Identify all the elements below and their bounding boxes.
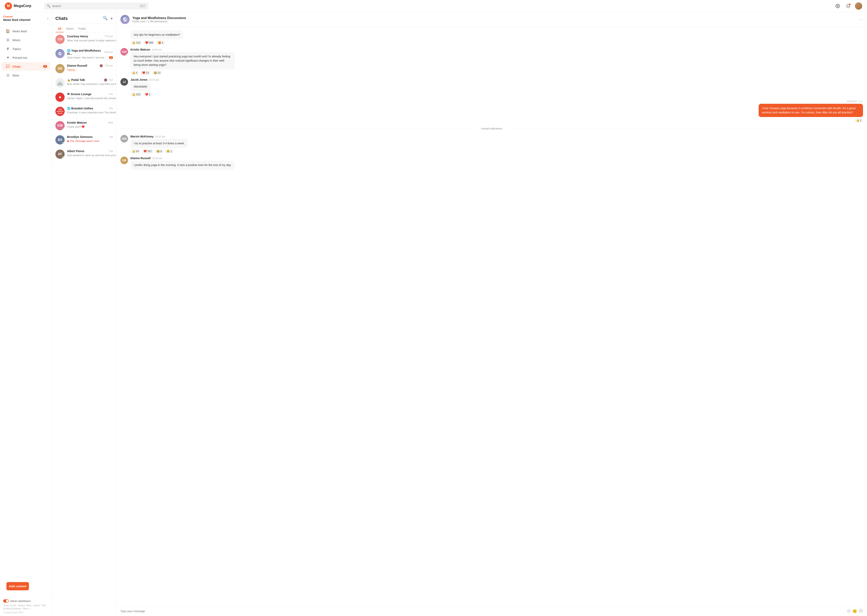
mute-icon: 🔇 <box>104 79 107 82</box>
search-bar[interactable]: 🔍 ⌘ F <box>44 2 149 9</box>
copyright: © tchop GmbH 2017 <box>3 611 49 614</box>
header-actions <box>834 2 862 9</box>
sidebar-item-chats[interactable]: Chats 2 <box>2 62 50 71</box>
reaction-button[interactable]: ❤️999 <box>143 41 155 45</box>
image-icon[interactable] <box>859 608 863 614</box>
chat-info: Dianne Russell 🔇 7:32 pm Typing... <box>67 64 113 71</box>
avatar: CH <box>55 35 64 44</box>
chat-icon <box>6 64 10 69</box>
reaction-button[interactable]: ❤️23 <box>140 71 150 75</box>
avatar: ● <box>55 93 64 102</box>
avatar: THE NORTH FACE <box>55 107 64 116</box>
chat-time: 7:32 pm <box>104 35 113 38</box>
message-sender: Dianne Russell <box>130 157 151 160</box>
chat-window-subtitle: Public chat • 1,3M participants <box>132 20 856 23</box>
online-dot <box>62 156 64 159</box>
message-sender: Marvin McKinney <box>130 135 154 138</box>
reaction-button[interactable]: 👍4 <box>130 71 139 75</box>
message-content: Jacob Jones 10:02 am Absolutely! 👍233 ❤️… <box>130 78 863 97</box>
more-options-button[interactable]: ··· <box>859 17 863 22</box>
reaction-button[interactable]: ❤️1 <box>143 92 152 97</box>
reaction-button[interactable]: 👍1 <box>854 118 863 123</box>
footer-general[interactable]: General Questions <box>3 607 22 610</box>
sidebar-item-label: News feed <box>13 30 27 33</box>
chevron-down-icon: ∨ <box>47 17 49 20</box>
pin-icon: ✦ <box>6 55 10 60</box>
footer-imprint[interactable]: Imprint <box>33 604 40 607</box>
chats-panel: Chats 🔍 + All Direct Public CH Courtney … <box>52 12 116 616</box>
message-input-bar: @ 🙂 <box>116 606 867 616</box>
settings-button[interactable] <box>834 2 841 9</box>
emoji-icon[interactable]: 🙂 <box>853 609 857 613</box>
app-name: MegaCorp <box>14 4 31 8</box>
search-chats-icon[interactable]: 🔍 <box>103 16 108 21</box>
avatar <box>55 49 64 58</box>
sidebar-item-mixes[interactable]: ☰ Mixes <box>2 36 50 44</box>
footer-terms[interactable]: Terms of Use <box>3 604 16 607</box>
list-item[interactable]: 🌐 Yoga and Mindfulness Di... 5:03 am Jan… <box>52 47 116 61</box>
message-group: JJ Jacob Jones 10:02 am Absolutely! 👍233… <box>121 78 863 97</box>
message-content: Dianne Russell 10:30 am I prefer doing y… <box>130 157 863 170</box>
list-item[interactable]: BS Brooklyn Simmons Tue ◆ The message wa… <box>52 133 116 147</box>
tab-all[interactable]: All <box>55 25 64 32</box>
reaction-button[interactable]: 👍233 <box>130 92 142 97</box>
unread-badge: 2 <box>109 56 113 59</box>
chat-name: Albert Flores <box>67 149 84 153</box>
reaction-button[interactable]: 😂23 <box>152 71 162 75</box>
sidebar-item-topics[interactable]: # Topics <box>2 44 50 53</box>
chats-header-icons: 🔍 + <box>103 16 113 21</box>
list-item[interactable]: 🚲 🔒 Pedal Talk 🔇 Sun Max Smith: Hey ever… <box>52 76 116 90</box>
list-item[interactable]: ● 👁 Groove Lounge Thu Jordan Taylor: I j… <box>52 90 116 104</box>
add-chat-icon[interactable]: + <box>110 16 113 21</box>
list-item[interactable]: AF Albert Flores Tue Just wanted to catc… <box>52 147 116 161</box>
sidebar-footer: Admin dashboard Terms of Use Privacy Pol… <box>0 597 52 616</box>
tab-public[interactable]: Public <box>76 25 88 32</box>
chat-list: CH Courtney Henry 7:32 pm Wow, that soun… <box>52 32 116 616</box>
footer-privacy[interactable]: Privacy Policy <box>18 604 31 607</box>
sidebar-item-news-feed[interactable]: 🏠 News feed <box>2 27 50 35</box>
sidebar-item-pinned-mix[interactable]: ✦ Pinned mix <box>2 53 50 62</box>
at-icon[interactable]: @ <box>847 609 851 613</box>
list-item[interactable]: DR Dianne Russell 🔇 7:32 pm Typing... <box>52 61 116 76</box>
tab-direct[interactable]: Direct <box>64 25 76 32</box>
reaction-button[interactable]: 👍34 <box>130 149 140 153</box>
message-time: 10:03 am <box>847 100 857 103</box>
message-group: Any tips for beginners on meditation? 👍1… <box>130 30 863 45</box>
message-group: 10:03 am ✓✓ I love Vinyasa yoga because … <box>121 100 863 123</box>
chat-time: Thu <box>109 107 113 110</box>
chat-time: Wed <box>108 121 113 124</box>
chat-window: Yoga and Mindfulness Discussions Public … <box>116 12 867 616</box>
footer-faq[interactable]: FAQ <box>42 604 46 607</box>
sidebar-item-more[interactable]: ⊙ More <box>2 71 50 80</box>
chat-preview: Courtney: A new collection from The Nort… <box>67 111 116 114</box>
chat-info: Kristin Watson Wed Thank you!!!❤️ <box>67 121 113 129</box>
reaction-button[interactable]: 👍123 <box>130 41 142 45</box>
footer-links: Terms of Use Privacy Policy Imprint FAQ … <box>3 604 49 610</box>
chat-time: Thu <box>109 93 113 96</box>
logo-icon[interactable]: M <box>5 2 12 9</box>
message-bubble: Hey everyone! I just started practicing … <box>130 52 235 69</box>
chat-preview: Jordan Taylor: I just discovered this am… <box>67 97 116 100</box>
channel-selector[interactable]: Channel News feed channel ∨ <box>0 12 52 24</box>
read-receipt-icon: ✓✓ <box>858 100 863 103</box>
chat-window-header: Yoga and Mindfulness Discussions Public … <box>116 12 867 27</box>
list-item[interactable]: KW Kristin Watson Wed Thank you!!!❤️ <box>52 119 116 133</box>
footer-more[interactable]: More ∨ <box>23 607 30 610</box>
message-group: DR Dianne Russell 10:30 am I prefer doin… <box>121 157 863 170</box>
notifications-button[interactable] <box>845 2 852 9</box>
admin-dashboard-link[interactable]: Admin dashboard <box>3 599 49 603</box>
list-item[interactable]: CH Courtney Henry 7:32 pm Wow, that soun… <box>52 32 116 47</box>
search-input[interactable] <box>52 5 137 8</box>
chat-name: Kristin Watson <box>67 121 87 124</box>
chat-tab-bar: All Direct Public <box>52 24 116 32</box>
list-item[interactable]: THE NORTH FACE 🌐 Branded clothes Thu Cou… <box>52 104 116 119</box>
reaction-button[interactable]: 😂8 <box>155 149 163 153</box>
reaction-button[interactable]: ❤️347 <box>142 149 153 153</box>
reaction-button[interactable]: 😡1 <box>156 41 165 45</box>
message-input[interactable] <box>121 610 845 613</box>
reaction-button[interactable]: 😢1 <box>165 149 173 153</box>
message-header: Dianne Russell 10:30 am <box>130 157 863 160</box>
add-content-button[interactable]: Add content <box>6 582 29 590</box>
user-avatar[interactable] <box>855 2 862 9</box>
message-header: Kristin Watson 10:02 am <box>130 48 863 51</box>
